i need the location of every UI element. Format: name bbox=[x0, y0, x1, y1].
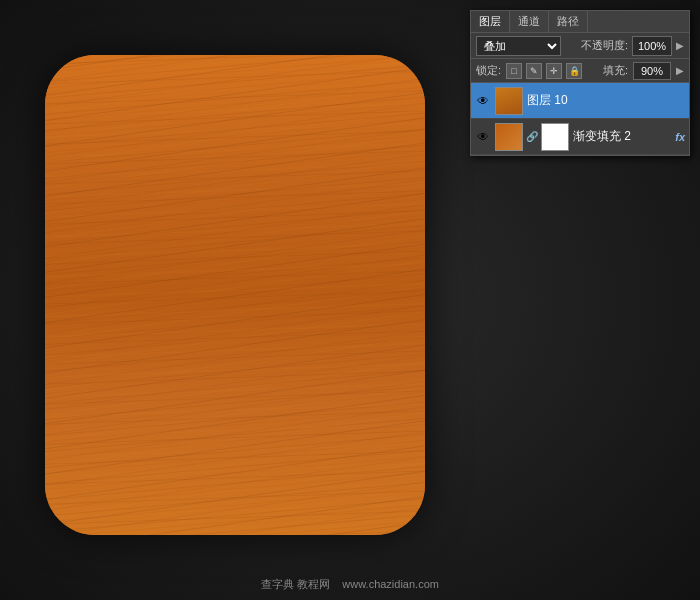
tab-paths[interactable]: 路径 bbox=[549, 11, 588, 32]
layer-name-0: 图层 10 bbox=[527, 92, 685, 109]
blend-mode-select[interactable]: 叠加 bbox=[476, 36, 561, 56]
layer-thumb-gradient bbox=[495, 123, 523, 151]
thumb-gradient-1 bbox=[496, 124, 522, 150]
visibility-icon-1[interactable]: 👁 bbox=[475, 129, 491, 145]
layer-name-1: 渐变填充 2 bbox=[573, 128, 671, 145]
lock-fill-row: 锁定: □ ✎ ✛ 🔒 填充: 90% ▶ bbox=[471, 59, 689, 83]
thumb-wood-0 bbox=[496, 88, 522, 114]
blend-opacity-row: 叠加 不透明度: 100% ▶ bbox=[471, 33, 689, 59]
thumb-white-1 bbox=[542, 124, 568, 150]
lock-position-btn[interactable]: ✛ bbox=[546, 63, 562, 79]
layer-row-0[interactable]: 👁 图层 10 bbox=[471, 83, 689, 119]
wood-grain bbox=[45, 55, 425, 535]
fx-badge: fx bbox=[675, 131, 685, 143]
visibility-icon-0[interactable]: 👁 bbox=[475, 93, 491, 109]
watermark: 查字典 教程网 www.chazidian.com bbox=[261, 577, 439, 592]
layer-thumb-0 bbox=[495, 87, 523, 115]
canvas-area bbox=[20, 30, 450, 560]
tab-layers[interactable]: 图层 bbox=[471, 11, 510, 32]
layers-panel: 图层 通道 路径 叠加 不透明度: 100% ▶ 锁定: □ ✎ ✛ 🔒 填充:… bbox=[470, 10, 690, 156]
fill-value[interactable]: 90% bbox=[633, 62, 671, 80]
layer-thumb-mask bbox=[541, 123, 569, 151]
opacity-label: 不透明度: bbox=[581, 38, 628, 53]
opacity-arrow[interactable]: ▶ bbox=[676, 40, 684, 51]
lock-all-btn[interactable]: 🔒 bbox=[566, 63, 582, 79]
fill-arrow[interactable]: ▶ bbox=[676, 65, 684, 76]
fill-label: 填充: bbox=[603, 63, 628, 78]
lock-icons: □ ✎ ✛ 🔒 bbox=[506, 63, 582, 79]
wood-shape bbox=[45, 55, 425, 535]
lock-label: 锁定: bbox=[476, 63, 501, 78]
lock-transparent-btn[interactable]: □ bbox=[506, 63, 522, 79]
opacity-value[interactable]: 100% bbox=[632, 36, 672, 56]
layer-link-icon: 🔗 bbox=[527, 131, 537, 142]
panel-tabs: 图层 通道 路径 bbox=[471, 11, 689, 33]
lock-pixels-btn[interactable]: ✎ bbox=[526, 63, 542, 79]
tab-channels[interactable]: 通道 bbox=[510, 11, 549, 32]
layer-row-1[interactable]: 👁 🔗 渐变填充 2 fx bbox=[471, 119, 689, 155]
